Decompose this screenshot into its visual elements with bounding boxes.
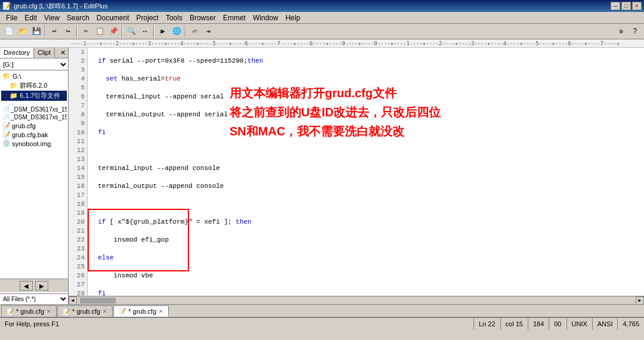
line-numbers: 1 2 3 4 5 6 7 8 9 10 11 12 13 14 15 16 1… <box>69 48 88 296</box>
tab-close-2[interactable]: ✕ <box>103 308 107 314</box>
copy-button[interactable]: 📋 <box>93 25 106 38</box>
tree-item-dsm2[interactable]: 📄 _DSM_DS3617xs_15284. <box>1 113 67 121</box>
tree-item-dsm1[interactable]: 📄 _DSM_DS3617xs_1528- <box>1 106 67 113</box>
tree-label: _DSM_DS3617xs_15284. <box>11 114 67 120</box>
toolbar-sep5 <box>185 26 186 38</box>
open-button[interactable]: 📂 <box>16 25 29 38</box>
tree-item-617[interactable]: 📁 6.1.7引导文件 <box>1 91 67 101</box>
settings-button[interactable]: ⚙ <box>615 25 628 38</box>
paste-button[interactable]: 📌 <box>107 25 120 38</box>
browser-button[interactable]: 🌐 <box>170 25 183 38</box>
nav-back[interactable]: ◀ <box>20 281 33 290</box>
tree-item-synoboot[interactable]: 💿 synoboot.img <box>1 139 67 148</box>
titlebar: 📝 grub.cfg [L:\群晖6.1.7] - EditPlus ─ □ ✕ <box>0 0 644 12</box>
scroll-right-arrow[interactable]: ▶ <box>636 296 644 305</box>
code-line-6 <box>90 146 644 155</box>
toolbar-sep3 <box>122 26 123 38</box>
folder-icon: 📁 <box>2 72 11 80</box>
find-button[interactable]: 🔍 <box>125 25 138 38</box>
menu-file[interactable]: File <box>2 13 21 23</box>
redo-button[interactable]: ↪ <box>61 25 75 38</box>
menu-emmet[interactable]: Emmet <box>219 13 249 23</box>
tree-spacer <box>1 101 67 106</box>
file-icon: 📝 <box>2 131 11 138</box>
undo-button[interactable]: ↩ <box>48 25 61 38</box>
nav-forward[interactable]: ▶ <box>35 281 48 290</box>
horizontal-scrollbar[interactable]: ◀ ▶ <box>69 296 644 304</box>
wrap-button[interactable]: ⏎ <box>188 25 201 38</box>
menu-window[interactable]: Window <box>249 13 282 23</box>
tab-directory[interactable]: Directory <box>0 48 34 58</box>
tree-label: 6.1.7引导文件 <box>20 91 60 100</box>
file-icon: 📝 <box>2 122 11 129</box>
indent-button[interactable]: ⇥ <box>202 25 215 38</box>
tab-close-3[interactable]: ✕ <box>159 308 163 314</box>
maximize-button[interactable]: □ <box>621 2 631 10</box>
tree-label: synoboot.img <box>12 140 51 147</box>
help-icon[interactable]: ? <box>628 25 642 38</box>
cut-button[interactable]: ✂ <box>79 25 92 38</box>
sidebar: Directory Clipt ✕ [G:] 📁 G:\ 📁 群晖6.2.0 📁 <box>0 48 69 304</box>
status-col: col 15 <box>501 318 528 330</box>
menubar: File Edit View Search Document Project T… <box>0 12 644 24</box>
menu-document[interactable]: Document <box>93 13 133 23</box>
editor-content[interactable]: 1 2 3 4 5 6 7 8 9 10 11 12 13 14 15 16 1… <box>69 48 644 296</box>
code-line-3: terminal_input --append serial <box>90 92 644 101</box>
tab-grubcfg-1[interactable]: 📝 * grub.cfg ✕ <box>1 305 57 317</box>
tab-clipt[interactable]: Clipt <box>34 48 55 58</box>
code-line-9 <box>90 200 644 209</box>
folder-icon: 📁 <box>10 92 18 100</box>
menu-help[interactable]: Help <box>282 13 304 23</box>
sidebar-nav: ◀ ▶ <box>0 279 68 292</box>
save-button[interactable]: 💾 <box>30 25 43 38</box>
minimize-button[interactable]: ─ <box>611 2 620 10</box>
status-charset: ANSI <box>593 318 618 330</box>
scroll-h-thumb[interactable] <box>80 298 116 304</box>
status-right: Ln 22 col 15 184 00 UNIX ANSI 4,765 <box>474 318 644 330</box>
code-line-2: set has_serial=true <box>90 75 644 84</box>
tree-label: 群晖6.2.0 <box>20 81 47 90</box>
filter-select[interactable]: All Files (*.*) <box>0 293 68 304</box>
scroll-h-track <box>77 297 636 304</box>
tab-grubcfg-2[interactable]: 📝 * grub.cfg ✕ <box>57 305 113 317</box>
code-area[interactable]: if serial --port=0x3F8 --speed=115200;th… <box>88 48 644 296</box>
sidebar-close[interactable]: ✕ <box>58 48 68 58</box>
code-line-14: fi <box>90 289 644 296</box>
menu-browser[interactable]: Browser <box>186 13 219 23</box>
code-line-11: insmod efi_gop <box>90 236 644 245</box>
menu-tools[interactable]: Tools <box>162 13 186 23</box>
tab-icon: 📝 <box>119 308 126 314</box>
file-icon: 💿 <box>2 140 11 147</box>
status-encoding: UNIX <box>567 318 593 330</box>
toolbar: 📄 📂 💾 ↩ ↪ ✂ 📋 📌 🔍 ↔ ▶ 🌐 ⏎ ⇥ ⚙ ? <box>0 24 644 39</box>
ruler-text: ----1----+----2----+----3----+----4----+… <box>70 41 620 47</box>
new-button[interactable]: 📄 <box>2 25 16 38</box>
status-row: Ln 22 <box>474 318 501 330</box>
menu-edit[interactable]: Edit <box>21 13 41 23</box>
tab-grubcfg-3[interactable]: 📝 * grub.cfg ✕ <box>113 305 169 317</box>
drive-select[interactable]: [G:] <box>0 58 68 70</box>
code-line-12: else <box>90 254 644 262</box>
replace-button[interactable]: ↔ <box>138 25 151 38</box>
main-area: Directory Clipt ✕ [G:] 📁 G:\ 📁 群晖6.2.0 📁 <box>0 48 644 304</box>
menu-project[interactable]: Project <box>133 13 162 23</box>
status-184: 184 <box>528 318 549 330</box>
menu-view[interactable]: View <box>41 13 63 23</box>
menu-search[interactable]: Search <box>63 13 93 23</box>
file-icon: 📄 <box>2 106 10 113</box>
run-button[interactable]: ▶ <box>156 25 169 38</box>
titlebar-title: grub.cfg [L:\群晖6.1.7] - EditPlus <box>14 2 611 11</box>
scroll-left-arrow[interactable]: ◀ <box>69 296 77 305</box>
tab-label: * grub.cfg <box>128 308 156 315</box>
statusbar: For Help, press F1 Ln 22 col 15 184 00 U… <box>0 317 644 329</box>
titlebar-buttons: ─ □ ✕ <box>611 2 642 10</box>
tree-item-grubcfgbak[interactable]: 📝 grub.cfg.bak <box>1 130 67 139</box>
tree-item-grubcfg[interactable]: 📝 grub.cfg <box>1 121 67 130</box>
tree-item-g[interactable]: 📁 G:\ <box>1 72 67 81</box>
tab-close-1[interactable]: ✕ <box>47 308 51 314</box>
tab-label: * grub.cfg <box>16 308 44 315</box>
tree-label: grub.cfg <box>12 122 36 129</box>
close-button[interactable]: ✕ <box>632 2 642 10</box>
toolbar-sep2 <box>76 26 78 38</box>
tree-item-synology620[interactable]: 📁 群晖6.2.0 <box>1 81 67 91</box>
